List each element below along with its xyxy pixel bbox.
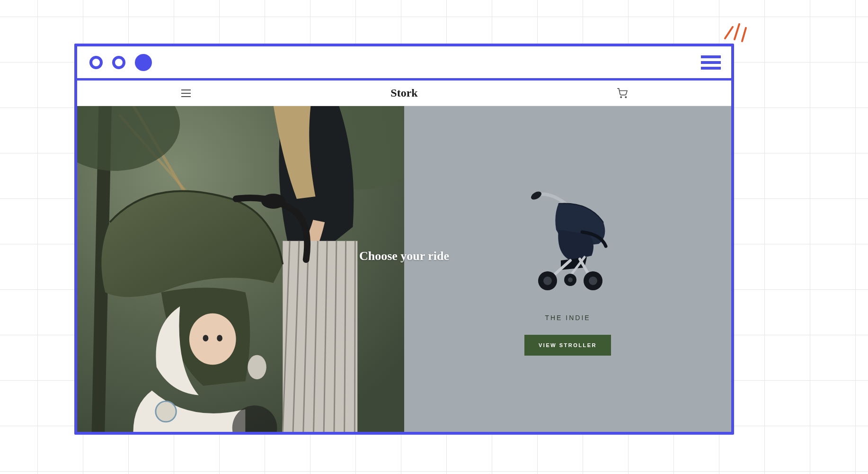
hero-lifestyle-image bbox=[77, 106, 404, 432]
svg-line-0 bbox=[725, 27, 733, 38]
browser-menu-icon[interactable] bbox=[701, 55, 721, 70]
svg-line-1 bbox=[735, 24, 739, 39]
viewport: Stork bbox=[77, 80, 731, 432]
emphasis-burst-icon bbox=[720, 17, 749, 43]
svg-line-2 bbox=[742, 28, 746, 41]
svg-point-27 bbox=[248, 355, 266, 379]
svg-point-22 bbox=[203, 335, 209, 341]
svg-point-21 bbox=[189, 313, 236, 365]
product-image bbox=[514, 182, 622, 291]
svg-point-20 bbox=[261, 194, 285, 209]
svg-point-28 bbox=[530, 190, 543, 201]
svg-point-3 bbox=[620, 97, 621, 98]
svg-point-30 bbox=[543, 277, 552, 285]
cart-icon[interactable] bbox=[617, 88, 628, 98]
menu-icon[interactable] bbox=[181, 89, 191, 97]
svg-point-23 bbox=[217, 335, 222, 341]
browser-titlebar bbox=[77, 46, 731, 80]
browser-window: Stork bbox=[74, 44, 734, 435]
site-header: Stork bbox=[77, 80, 731, 106]
view-stroller-button[interactable]: VIEW STROLLER bbox=[524, 335, 611, 356]
hero-section: Choose your ride bbox=[77, 106, 731, 432]
window-controls bbox=[89, 54, 152, 71]
product-name: THE INDIE bbox=[545, 314, 590, 322]
svg-point-32 bbox=[589, 277, 597, 285]
site-logo[interactable]: Stork bbox=[295, 87, 514, 99]
window-dot-icon bbox=[112, 56, 125, 69]
hero-heading: Choose your ride bbox=[359, 249, 449, 263]
svg-point-34 bbox=[568, 277, 573, 282]
hero-product-panel: THE INDIE VIEW STROLLER bbox=[404, 106, 731, 432]
svg-line-19 bbox=[354, 241, 355, 432]
svg-point-4 bbox=[625, 97, 626, 98]
window-dot-icon bbox=[135, 54, 152, 71]
window-dot-icon bbox=[89, 56, 103, 69]
